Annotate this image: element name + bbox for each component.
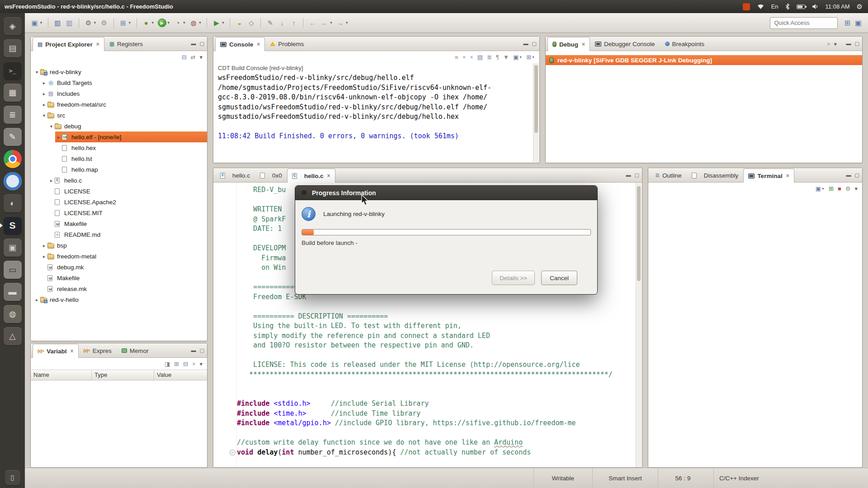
- tab-memor[interactable]: Memor: [117, 343, 154, 357]
- run-button[interactable]: ▶▼: [157, 17, 171, 29]
- editor-scrollbar-thumb[interactable]: [637, 186, 641, 281]
- close-tab-icon[interactable]: ×: [786, 173, 789, 179]
- tree-item-build-targets[interactable]: ▸◎Build Targets: [31, 77, 207, 88]
- collapse-all-icon[interactable]: ⊟: [182, 54, 187, 61]
- maximize-panel-icon[interactable]: ▢: [532, 41, 537, 47]
- tree-expand-icon[interactable]: ▸: [55, 135, 62, 140]
- volume-icon[interactable]: [812, 4, 819, 9]
- remove-icon[interactable]: ×: [192, 361, 196, 367]
- dialog-window-button[interactable]: [301, 189, 307, 196]
- remove-all-terminated-icon[interactable]: ×: [827, 41, 830, 47]
- minimize-panel-icon[interactable]: ▬: [626, 172, 631, 178]
- text-editor-icon[interactable]: ✎: [4, 128, 22, 146]
- tab-console[interactable]: Console×: [215, 37, 265, 51]
- minimize-panel-icon[interactable]: ▬: [846, 41, 851, 47]
- tab-hello-c[interactable]: hello.c: [215, 168, 255, 182]
- tab-variabl[interactable]: (x)=Variabl×: [33, 344, 79, 358]
- tree-item-debug-mk[interactable]: debug.mk: [31, 262, 207, 272]
- show-type-names-icon[interactable]: ◨: [165, 361, 170, 367]
- dialog-titlebar[interactable]: Progress Information: [295, 186, 597, 200]
- view-menu-icon[interactable]: ▾: [199, 361, 203, 367]
- tree-item-hello-lst[interactable]: hello.lst: [31, 153, 207, 164]
- maximize-panel-icon[interactable]: ▢: [855, 41, 859, 47]
- printer-icon[interactable]: ▭: [4, 261, 22, 279]
- view-menu-icon[interactable]: ▾: [834, 41, 837, 47]
- battery-icon[interactable]: [797, 5, 805, 9]
- clock[interactable]: 11:08 AM: [826, 3, 850, 10]
- column-header-name[interactable]: Name: [31, 370, 92, 380]
- link-editor-icon[interactable]: ⇄: [191, 54, 196, 61]
- photo-tool-icon[interactable]: ◐: [4, 194, 22, 212]
- tree-item-license[interactable]: LICENSE: [31, 186, 207, 197]
- session-menu-icon[interactable]: ⚙: [857, 3, 863, 11]
- open-console-icon[interactable]: ⊞▼: [526, 54, 535, 61]
- view-menu-icon[interactable]: ▾: [854, 185, 858, 192]
- tab-terminal[interactable]: Terminal×: [743, 169, 794, 183]
- terminate-icon[interactable]: ■: [455, 54, 458, 61]
- browser-icon[interactable]: [4, 172, 22, 190]
- open-terminal-icon[interactable]: ▣▼: [816, 185, 825, 192]
- tree-item-includes[interactable]: ▸▤Includes: [31, 88, 207, 99]
- minimize-panel-icon[interactable]: ▬: [846, 172, 851, 178]
- minimize-panel-icon[interactable]: ▬: [524, 41, 528, 47]
- external-tools-button[interactable]: ▶▼: [211, 17, 226, 29]
- tab-0x0[interactable]: 0x0: [255, 168, 287, 182]
- prev-annotation-button[interactable]: ↑: [288, 17, 299, 29]
- new-wizard-button[interactable]: ▣▼: [29, 17, 44, 29]
- trash-icon[interactable]: ▯: [5, 470, 20, 485]
- tree-item-license-mit[interactable]: LICENSE.MIT: [31, 207, 207, 218]
- collapse-all-icon[interactable]: ⊟: [183, 361, 188, 367]
- app-indicator-icon[interactable]: [743, 3, 750, 10]
- cpp-perspective-icon[interactable]: ▣: [855, 19, 862, 27]
- column-header-type[interactable]: Type: [92, 370, 154, 380]
- tree-item-red-v-hello[interactable]: ▸red-v-hello: [31, 294, 207, 305]
- tree-item-release-mk[interactable]: release.mk: [31, 283, 207, 294]
- drive-icon[interactable]: ▬: [4, 283, 22, 301]
- show-logical-structure-icon[interactable]: ⊞: [174, 361, 179, 367]
- disconnect-icon[interactable]: ■: [838, 185, 841, 192]
- tree-expand-icon[interactable]: ▸: [41, 254, 47, 259]
- tree-item-hello-elf-none-le-[interactable]: ▸hello.elf - [none/le]: [31, 131, 207, 142]
- keyboard-indicator[interactable]: En: [771, 3, 778, 10]
- view-menu-icon[interactable]: ▾: [199, 54, 203, 61]
- tree-expand-icon[interactable]: ▾: [33, 70, 40, 75]
- back-button[interactable]: ←▼: [319, 17, 334, 29]
- tree-expand-icon[interactable]: ▸: [41, 80, 47, 85]
- tree-expand-icon[interactable]: ▾: [41, 113, 47, 118]
- save-button[interactable]: ▥: [52, 17, 63, 29]
- network-icon[interactable]: [757, 4, 764, 9]
- tree-item-debug[interactable]: ▾debug: [31, 121, 207, 131]
- remove-launch-icon[interactable]: ×: [462, 54, 466, 61]
- details-button[interactable]: Details >>: [492, 271, 535, 285]
- remove-all-launches-icon[interactable]: ×: [470, 54, 473, 61]
- file-cabinet-icon[interactable]: ▤: [4, 39, 22, 57]
- tree-expand-icon[interactable]: ▸: [41, 243, 47, 248]
- new-c-project-button[interactable]: ⊞▼: [118, 17, 132, 29]
- maximize-panel-icon[interactable]: ▢: [200, 41, 204, 47]
- tree-item-hello-map[interactable]: hello.map: [31, 164, 207, 175]
- open-perspective-icon[interactable]: ⊞: [844, 19, 850, 27]
- bluetooth-icon[interactable]: [785, 3, 790, 10]
- calculator-icon[interactable]: ▦: [4, 84, 22, 102]
- tab-problems[interactable]: Problems: [265, 37, 309, 51]
- close-tab-icon[interactable]: ×: [96, 41, 99, 47]
- fold-marker-icon[interactable]: −: [230, 450, 236, 455]
- console-scrollbar[interactable]: [533, 63, 539, 162]
- tree-item-src[interactable]: ▾src: [31, 110, 207, 121]
- tab-project-explorer[interactable]: ▤Project Explorer×: [33, 37, 104, 51]
- tree-expand-icon[interactable]: ▸: [41, 102, 47, 107]
- archive-icon[interactable]: ◍: [4, 305, 22, 323]
- maximize-panel-icon[interactable]: ▢: [200, 347, 204, 353]
- search-button[interactable]: ◒: [234, 17, 245, 29]
- last-edit-button[interactable]: ←: [307, 17, 318, 29]
- column-header-value[interactable]: Value: [154, 370, 207, 380]
- console-scrollbar-thumb[interactable]: [534, 65, 538, 133]
- display-console-icon[interactable]: ▣▼: [513, 54, 522, 61]
- close-tab-icon[interactable]: ×: [582, 41, 585, 47]
- tree-item-makefile[interactable]: Makefile: [31, 218, 207, 229]
- tree-item-bsp[interactable]: ▸bsp: [31, 240, 207, 251]
- terminal-app-icon[interactable]: >_: [4, 61, 22, 80]
- close-tab-icon[interactable]: ×: [71, 348, 74, 354]
- close-tab-icon[interactable]: ×: [327, 173, 330, 179]
- build-config-button[interactable]: ⚙▼: [83, 17, 98, 29]
